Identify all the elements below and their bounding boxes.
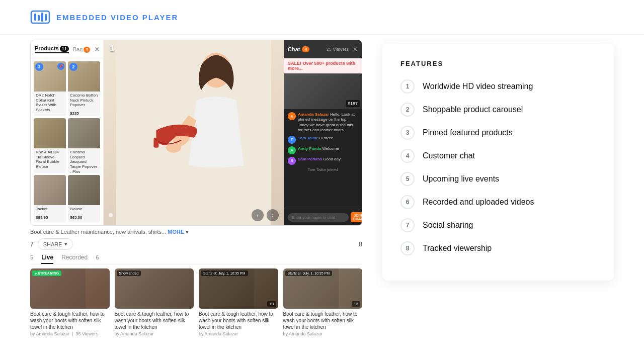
products-tab[interactable]: Products11 [35,45,69,53]
product-price: $138.95 [36,116,50,116]
message-author: Andy Panda [298,146,321,151]
chat-messages: A Amanda Salazar Hello. Look at pinned m… [284,109,362,209]
feature-number: 6 [400,195,415,209]
video-controls[interactable]: ‹ › [104,209,284,221]
video-card-author: by Amanda Salazar [199,331,278,336]
feature-number: 8 [400,241,415,255]
chat-tab-label[interactable]: Chat [288,46,300,52]
bag-tab[interactable]: Bag3 [73,46,91,52]
products-grid: 3 📌 DR2 Notch Collar Knit Blazer With Po… [31,58,103,225]
chat-price: $187 [346,100,360,107]
share-button[interactable]: SHARE ▾ [38,238,73,250]
bag-count: 3 [84,47,90,53]
product-name: DR2 Notch Collar Knit Blazer With Pocket… [36,93,64,112]
product-name: Cocomo Botton Neck Pintuck Popover [70,93,98,108]
list-item[interactable]: Roz & Ali 3/4 Tie Sleeve Floral Bubble B… [34,118,66,173]
chat-video-thumb: $187 [284,74,362,109]
feature-item-2: 2 Shoppable product carousel [400,103,596,117]
starts-badge: Starts at: July, 1, 10:35 PM [201,270,248,276]
products-sidebar: Products11 Bag3 ✕ 3 📌 DR2 Notch Collar K… [31,40,104,225]
video-card-title: Boot care & tough leather, how to wash y… [30,311,110,330]
chat-input[interactable] [288,213,349,222]
message-content: Amanda Salazar Hello. Look at pinned mes… [298,112,358,133]
svg-rect-3 [41,13,43,22]
video-card[interactable]: ● STREAMING Boot care & tough leather, h… [30,268,110,336]
video-thumbnail: Show ended [115,268,194,309]
more-badge: +3 [352,301,360,307]
tab-live[interactable]: Live [41,254,53,264]
feature-number: 3 [400,126,415,140]
chevron-down-icon: ▾ [64,241,67,247]
svg-rect-4 [45,14,47,21]
below-player: Boot care & Leather maintenance, new arr… [30,229,362,336]
prev-button[interactable]: ‹ [252,209,264,221]
svg-rect-8 [153,138,158,148]
video-area: 1 [104,40,284,225]
chat-sale-banner: SALE! Over 500+ products with more... [284,58,362,74]
avatar: S [288,157,296,165]
chat-message: T Tom Tailor Hi there [288,136,358,144]
more-link[interactable]: MORE [168,229,184,235]
video-card-title: Boot care & tough leather, how to wash y… [115,311,194,330]
product-name: Roz & Ali 3/4 Tie Sleeve Floral Bubble B… [36,150,64,169]
product-name: Jacket [36,207,64,212]
list-item[interactable]: Cocomo Leopard Jacquard Taupe Popover - … [68,118,100,173]
products-tab-bar: Products11 Bag3 ✕ [31,40,103,58]
tab-number-2: 6 [96,254,99,263]
feature-label: Recorded and uploaded videos [423,198,534,207]
video-thumbnail: Starts at: July, 1, 10:35 PM +3 [283,268,363,309]
video-card-author: by Amanda Salazar | 36 Viewers [30,331,110,336]
chat-message: A Amanda Salazar Hello. Look at pinned m… [288,112,358,133]
header: EMBEDDED VIDEO PLAYER [0,0,644,35]
chat-input-area: JOIN CHAT [284,209,362,225]
list-item[interactable]: 2 Cocomo Botton Neck Pintuck Popover $23… [68,61,100,116]
message-content: Sam Perkins Good day [298,157,341,162]
join-notification: Tom Tailor joined [288,167,358,172]
join-chat-button[interactable]: JOIN CHAT [351,212,362,222]
product-price: $89.95 [36,215,48,220]
list-item[interactable]: 3 📌 DR2 Notch Collar Knit Blazer With Po… [34,61,66,116]
message-author: Amanda Salazar [298,112,329,117]
action-number-1: 7 [30,241,34,248]
video-number: 1 [110,44,114,53]
ended-badge: Show ended [117,270,141,276]
feature-number: 2 [400,103,415,117]
chat-message: S Sam Perkins Good day [288,157,358,165]
svg-rect-2 [38,15,40,21]
tab-number-1: 5 [30,254,33,263]
chat-header: Chat 4 25 Viewers ✕ [284,40,362,58]
list-item[interactable]: Jacket $89.95 [34,175,66,222]
tab-recorded[interactable]: Recorded [61,254,88,264]
player-section: Products11 Bag3 ✕ 3 📌 DR2 Notch Collar K… [30,40,362,336]
avatar: A [288,112,296,120]
next-button[interactable]: › [267,209,279,221]
feature-label: Shoppable product carousel [423,105,523,114]
feature-label: Pinned featured products [423,128,513,137]
video-thumbnail: ● STREAMING [30,268,110,309]
video-card-title: Boot care & tough leather, how to wash y… [283,311,363,330]
feature-label: Tracked viewership [423,244,492,253]
video-description: Boot care & Leather maintenance, new arr… [30,229,362,235]
main-content: Products11 Bag3 ✕ 3 📌 DR2 Notch Collar K… [0,40,644,336]
feature-number: 1 [400,79,415,94]
feature-label: Upcoming live events [423,174,499,184]
video-cards: ● STREAMING Boot care & tough leather, h… [30,268,362,336]
feature-number: 7 [400,218,415,232]
video-card[interactable]: Show ended Boot care & tough leather, ho… [115,268,194,336]
message-author: Tom Tailor [298,136,318,140]
product-badge: 3 [35,63,43,71]
feature-item-8: 8 Tracked viewership [400,241,596,255]
video-card[interactable]: Starts at: July, 1, 10:35 PM +3 Boot car… [199,268,278,336]
list-item[interactable]: Blouse $65.00 [68,175,100,222]
sidebar-close-button[interactable]: ✕ [94,45,100,53]
more-badge: +3 [267,301,276,307]
feature-number: 5 [400,172,415,186]
sale-label: SALE! [288,61,301,66]
avatar: T [288,136,296,144]
video-card-author: by Amanda Salazar [115,331,194,336]
player-container: Products11 Bag3 ✕ 3 📌 DR2 Notch Collar K… [30,40,362,226]
video-actions: 7 SHARE ▾ 8 [30,238,362,250]
video-card[interactable]: Starts at: July, 1, 10:35 PM +3 Boot car… [283,268,363,336]
chat-close-button[interactable]: ✕ [353,46,358,53]
feature-label: Customer chat [423,151,475,160]
